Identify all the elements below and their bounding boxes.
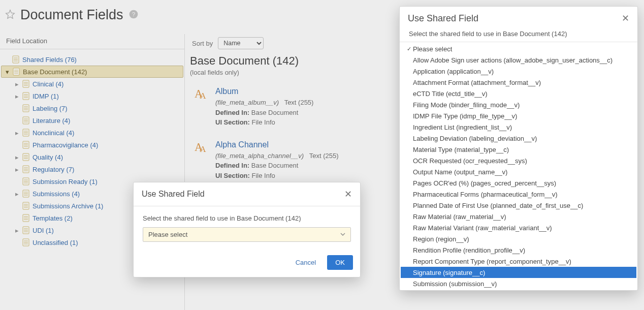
document-icon	[22, 226, 29, 234]
option-item[interactable]: Rendition Profile (rendition_profile__v)	[401, 244, 636, 256]
sort-by-label: Sort by	[192, 40, 213, 47]
tree-label: Literature (4)	[33, 117, 70, 125]
use-shared-field-dropdown: Use Shared Field ✕ Select the shared fie…	[399, 6, 638, 291]
defined-in-label: Defined In:	[215, 162, 249, 169]
option-item[interactable]: Raw Material Variant (raw_material_varia…	[401, 222, 636, 233]
close-icon[interactable]: ✕	[344, 189, 352, 200]
tree-label: Submissions (4)	[33, 190, 80, 198]
sort-by-select[interactable]: Name	[218, 37, 264, 49]
document-icon	[13, 68, 20, 76]
expand-arrow-icon[interactable]: ▸	[14, 129, 19, 137]
dialog-prompt: Select the shared field to use in Base D…	[143, 214, 351, 227]
field-name[interactable]: Alpha Channel	[215, 139, 339, 151]
option-item[interactable]: Raw Material (raw_material__v)	[401, 211, 636, 222]
option-item[interactable]: Allow Adobe Sign user actions (allow_ado…	[401, 54, 636, 66]
shared-field-select[interactable]: Please select	[143, 227, 351, 242]
use-shared-field-dialog: Use Shared Field ✕ Select the shared fie…	[133, 182, 361, 277]
option-item[interactable]: Submission (submission__v)	[401, 278, 636, 289]
tree-label: Regulatory (7)	[33, 166, 74, 173]
options-list: ✓ Please select Allow Adobe Sign user ac…	[400, 42, 637, 290]
close-icon[interactable]: ✕	[622, 13, 629, 24]
option-label: Pharmaceutical Forms (pharmaceutical_for…	[413, 191, 558, 198]
option-label: Output Name (output_name__v)	[413, 168, 507, 176]
field-api-name: (file_meta_alpha_channel__v)	[215, 152, 304, 160]
dropdown-prompt: Select the shared field to use in Base D…	[400, 30, 637, 42]
document-icon	[22, 214, 29, 222]
expand-arrow-icon[interactable]: ▸	[14, 80, 19, 88]
option-item[interactable]: Report Component Type (report_component_…	[401, 256, 636, 267]
tree-label: Submissions Archive (1)	[33, 202, 103, 210]
option-item[interactable]: Material Type (material_type__c)	[401, 144, 636, 155]
tree-item[interactable]: ▸Nonclinical (4)	[1, 127, 183, 139]
field-name[interactable]: Album	[215, 85, 313, 98]
star-icon[interactable]	[5, 9, 15, 21]
tree-label: Base Document (142)	[23, 68, 87, 76]
expand-arrow-icon[interactable]: ▸	[14, 92, 19, 100]
document-icon	[22, 153, 29, 161]
ok-button[interactable]: OK	[327, 255, 353, 270]
option-item[interactable]: OCR Requested (ocr_requested__sys)	[401, 155, 636, 166]
ui-section-label: UI Section:	[215, 118, 250, 126]
document-icon	[22, 104, 29, 112]
document-icon	[22, 80, 29, 88]
option-label: Rendition Profile (rendition_profile__v)	[413, 246, 525, 254]
svg-text:A: A	[200, 91, 206, 101]
field-type-icon: AA	[192, 85, 209, 103]
document-icon	[22, 238, 29, 246]
ui-section-label: UI Section:	[215, 172, 250, 179]
tree-item[interactable]: Pharmacovigilance (4)	[1, 139, 183, 151]
help-icon[interactable]: ?	[128, 9, 139, 21]
option-item[interactable]: Filing Mode (binder_filing_mode__v)	[401, 99, 636, 110]
field-api-name: (file_meta_album__v)	[215, 99, 279, 106]
option-item[interactable]: Pharmaceutical Forms (pharmaceutical_for…	[401, 189, 636, 200]
field-type-icon: AA	[192, 139, 209, 156]
tree-item[interactable]: ▸Quality (4)	[1, 151, 183, 163]
tree-item[interactable]: ▸IDMP (1)	[1, 90, 183, 102]
svg-text:A: A	[200, 144, 206, 153]
expand-arrow-icon[interactable]: ▸	[14, 227, 19, 234]
tree-shared-fields[interactable]: Shared Fields (76)	[1, 53, 183, 66]
option-item[interactable]: Attachment Format (attachment_format__v)	[401, 77, 636, 88]
tree-item[interactable]: Labeling (7)	[1, 102, 183, 114]
option-item[interactable]: IDMP File Type (idmp_file_type__v)	[401, 110, 636, 121]
field-location-label: Field Location	[0, 34, 184, 49]
document-icon	[22, 141, 29, 149]
tree-item[interactable]: ▸Clinical (4)	[1, 78, 183, 90]
expand-arrow-icon[interactable]: ▸	[14, 153, 19, 161]
tree-base-document[interactable]: ▾ Base Document (142)	[1, 66, 183, 78]
document-icon	[22, 92, 29, 100]
tree-label: Clinical (4)	[33, 80, 63, 88]
option-label: Please select	[413, 45, 452, 53]
dropdown-title: Use Shared Field	[408, 13, 478, 24]
option-label: Attachment Format (attachment_format__v)	[413, 79, 541, 86]
option-label: Submission (submission__v)	[413, 280, 497, 288]
field-type: Text (255)	[284, 99, 314, 106]
option-label: Allow Adobe Sign user actions (allow_ado…	[413, 56, 613, 64]
option-item[interactable]: Application (application__v)	[401, 66, 636, 77]
option-item[interactable]: eCTD Title (ectd_title__v)	[401, 88, 636, 99]
ui-section-value: File Info	[252, 118, 275, 126]
option-item[interactable]: Ingredient List (ingredient_list__v)	[401, 121, 636, 133]
option-item[interactable]: Output Name (output_name__v)	[401, 166, 636, 177]
option-item[interactable]: Signature (signature__c)	[401, 267, 636, 278]
option-label: Signature (signature__c)	[413, 269, 485, 276]
option-item[interactable]: Pages OCR'ed (%) (pages_ocred_percent__s…	[401, 177, 636, 189]
tree-label: Labeling (7)	[33, 105, 68, 112]
expand-arrow-icon[interactable]: ▸	[14, 190, 19, 198]
tree-label: Templates (2)	[33, 214, 73, 222]
option-item[interactable]: Region (region__v)	[401, 233, 636, 244]
expand-arrow-icon[interactable]: ▸	[14, 166, 19, 173]
tree-label: Submission Ready (1)	[33, 178, 98, 185]
tree-item[interactable]: Literature (4)	[1, 114, 183, 127]
option-label: Filing Mode (binder_filing_mode__v)	[413, 101, 520, 109]
tree-label: UDI (1)	[33, 227, 54, 234]
option-item[interactable]: Planned Date of First Use (planned_date_…	[401, 200, 636, 211]
option-item[interactable]: Labeling Deviation (labeling_deviation__…	[401, 133, 636, 144]
option-placeholder[interactable]: ✓ Please select	[401, 43, 636, 54]
collapse-arrow-icon[interactable]: ▾	[5, 68, 10, 76]
tree-item[interactable]: ▸Regulatory (7)	[1, 163, 183, 175]
page-title: Document Fields	[20, 7, 123, 23]
document-icon	[22, 165, 29, 173]
tree-label: Pharmacovigilance (4)	[33, 141, 98, 149]
cancel-button[interactable]: Cancel	[289, 255, 322, 270]
